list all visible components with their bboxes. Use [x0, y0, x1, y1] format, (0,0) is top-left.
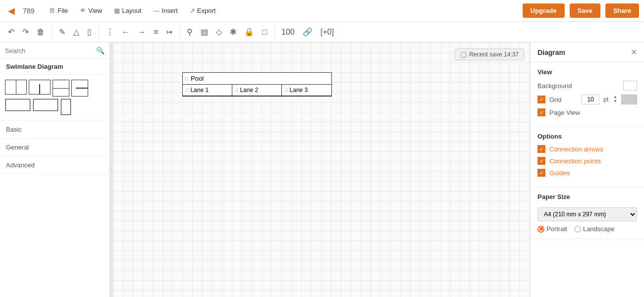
view-icon: 👁	[80, 7, 86, 14]
save-button[interactable]: Save	[570, 3, 600, 18]
waypoint-button[interactable]: ▤	[198, 25, 211, 39]
page-number: 789	[23, 7, 34, 15]
sidebar-item-advanced[interactable]: Advanced	[0, 156, 109, 174]
lock-button[interactable]: 🔒	[241, 25, 257, 39]
zoom-button[interactable]: 100	[278, 26, 298, 39]
main-area: 🔍 Swimlane Diagram	[0, 43, 644, 297]
swimlane-diagram[interactable]: □ Pool □ Lane 1 □ Lane 2	[182, 72, 332, 97]
connection-points-row: ✓ Connection points	[537, 157, 637, 165]
shadow-button[interactable]: ❃	[227, 25, 239, 39]
portrait-radio[interactable]	[537, 226, 544, 233]
panel-close-button[interactable]: ✕	[631, 48, 637, 57]
paper-section-title: Paper Size	[537, 193, 637, 200]
sidebar: 🔍 Swimlane Diagram	[0, 43, 110, 297]
grid-checkbox[interactable]: ✓	[537, 96, 545, 103]
portrait-option[interactable]: Portrait	[537, 225, 567, 233]
diagram-type-label: Swimlane Diagram	[0, 59, 109, 75]
background-row: Background	[537, 81, 637, 91]
shape-rect-tall[interactable]	[60, 99, 71, 115]
menu-insert[interactable]: — Insert	[148, 5, 183, 16]
paper-size-select[interactable]: A4 (210 mm x 297 mm) A3 (297 mm x 420 mm…	[537, 207, 637, 221]
sidebar-item-general[interactable]: General	[0, 139, 109, 156]
shape-horizontal-2[interactable]	[29, 80, 51, 95]
canvas[interactable]: ◯ Recent save 14:37 □ Pool □ Lane 1	[113, 43, 530, 297]
topbar: ◀ 789 🖹 File 👁 View ▦ Layout — Insert ⇗ …	[0, 0, 644, 22]
search-input[interactable]	[5, 47, 93, 54]
upgrade-button[interactable]: Upgrade	[523, 3, 565, 18]
grid-unit-label: pt	[603, 96, 608, 103]
format-button[interactable]: ✎	[56, 25, 68, 39]
redo-button[interactable]: ↷	[19, 25, 32, 39]
landscape-label: Landscape	[583, 225, 615, 233]
lane-2[interactable]: □ Lane 2	[232, 85, 282, 96]
arrow-right-button[interactable]: →	[135, 26, 149, 39]
options-section: Options ✓ Connection arrows ✓ Connection…	[531, 127, 644, 187]
arrow-left-button[interactable]: ←	[119, 26, 133, 39]
grid-value-input[interactable]	[582, 95, 599, 104]
page-view-row: ✓ Page View	[537, 108, 637, 116]
paper-section: Paper Size A4 (210 mm x 297 mm) A3 (297 …	[531, 187, 644, 239]
file-icon: 🖹	[49, 7, 55, 14]
shape-button[interactable]: △	[70, 25, 82, 39]
grid-row: ✓ Grid pt ▲ ▼	[537, 95, 637, 104]
nav-menu: 🖹 File 👁 View ▦ Layout — Insert ⇗ Export	[44, 5, 278, 16]
align-button[interactable]: ≡	[151, 26, 161, 39]
grid-color-picker[interactable]	[621, 95, 637, 104]
guides-checkbox[interactable]: ✓	[537, 169, 545, 177]
equal-button[interactable]: ↣	[163, 25, 175, 39]
right-panel: Diagram ✕ View Background ✓ Grid pt ▲ ▼	[530, 43, 644, 297]
orientation-row: Portrait Landscape	[537, 225, 637, 233]
menu-layout[interactable]: ▦ Layout	[109, 5, 146, 16]
background-color-picker[interactable]	[623, 81, 637, 91]
pool-icon: □	[185, 76, 188, 81]
options-section-title: Options	[537, 133, 637, 140]
link-button[interactable]: ⚲	[184, 25, 196, 39]
separator-4	[274, 26, 274, 38]
landscape-radio[interactable]	[574, 226, 581, 233]
landscape-option[interactable]: Landscape	[574, 225, 615, 233]
sidebar-item-basic[interactable]: Basic	[0, 121, 109, 139]
connection-points-label: Connection points	[549, 157, 601, 165]
shape-rect-2[interactable]	[33, 99, 58, 111]
separator-1	[52, 26, 52, 38]
table-button[interactable]: ⋮	[103, 25, 117, 39]
fill-button[interactable]: ◇	[213, 25, 225, 39]
undo-button[interactable]: ↶	[5, 25, 17, 39]
menu-file[interactable]: 🖹 File	[44, 5, 73, 16]
view-section: View Background ✓ Grid pt ▲ ▼ ✓ Page Vie…	[531, 62, 644, 127]
rect-button[interactable]: ▯	[84, 25, 95, 39]
lane-1-header: □ Lane 1	[183, 85, 232, 96]
connection-points-checkbox[interactable]: ✓	[537, 157, 545, 165]
toolbar: ↶ ↷ 🗑 ✎ △ ▯ ⋮ ← → ≡ ↣ ⚲ ▤ ◇ ❃ 🔒 □ 100 🔗 …	[0, 22, 644, 43]
page-view-checkbox[interactable]: ✓	[537, 108, 545, 116]
share-button[interactable]: Share	[605, 3, 639, 18]
lane-1[interactable]: □ Lane 1	[183, 85, 232, 96]
shape-vertical-2[interactable]	[71, 80, 88, 97]
lane-2-header: □ Lane 2	[232, 85, 281, 96]
shape-grid	[0, 75, 109, 121]
shape-rect-1[interactable]	[5, 99, 31, 111]
lane-3[interactable]: □ Lane 3	[282, 85, 331, 96]
chain-button[interactable]: 🔗	[300, 25, 316, 39]
delete-button[interactable]: 🗑	[34, 26, 48, 39]
grid-stepper[interactable]: ▲ ▼	[613, 95, 617, 104]
guides-label: Guides	[549, 169, 570, 177]
panel-header: Diagram ✕	[531, 43, 644, 62]
lane-2-label: Lane 2	[240, 87, 258, 94]
menu-view[interactable]: 👁 View	[75, 5, 107, 16]
lane-1-icon: □	[186, 88, 188, 93]
background-label: Background	[537, 82, 619, 90]
recent-save-badge: ◯ Recent save 14:37	[455, 49, 524, 60]
expand-button[interactable]: □	[259, 26, 270, 39]
grid-label: Grid	[549, 96, 578, 103]
pool-header: □ Pool	[183, 73, 331, 85]
shape-vertical-1[interactable]	[53, 80, 69, 97]
extra-button[interactable]: [+0]	[318, 26, 337, 39]
connection-arrows-row: ✓ Connection arrows	[537, 145, 637, 153]
connection-arrows-checkbox[interactable]: ✓	[537, 145, 545, 153]
pool-label: Pool	[191, 75, 204, 82]
shape-horizontal-1[interactable]	[5, 80, 27, 95]
back-button[interactable]: ◀	[5, 4, 18, 17]
menu-export[interactable]: ⇗ Export	[185, 5, 221, 16]
view-section-title: View	[537, 68, 637, 76]
